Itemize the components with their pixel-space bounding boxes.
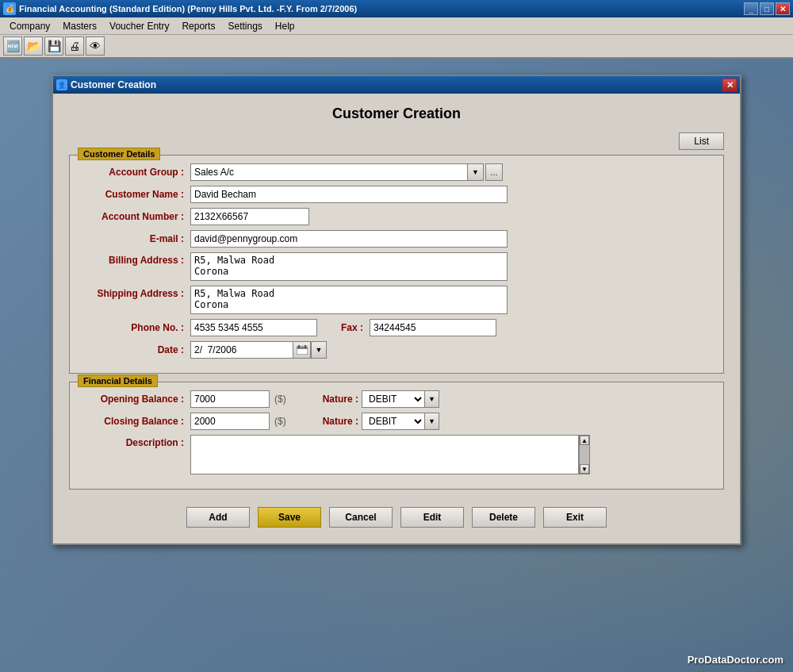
svg-rect-2 (298, 345, 300, 348)
financial-details-label: Financial Details (78, 374, 158, 387)
toolbar-new[interactable]: 🆕 (3, 36, 22, 56)
app-title: Financial Accounting (Standard Edition) … (19, 4, 744, 13)
dialog-close-button[interactable]: ✕ (722, 79, 737, 91)
description-row: Description : ▲ ▼ (79, 435, 714, 474)
toolbar-preview[interactable]: 👁 (86, 36, 105, 56)
list-button[interactable]: List (679, 132, 724, 150)
app-title-bar: 💰 Financial Accounting (Standard Edition… (0, 0, 793, 17)
bottom-buttons: Add Save Cancel Edit Delete Exit (69, 497, 724, 536)
account-number-input[interactable] (190, 208, 309, 225)
calendar-button[interactable] (293, 341, 311, 359)
customer-creation-dialog: 👤 Customer Creation ✕ Customer Creation … (52, 75, 741, 545)
account-group-select[interactable]: Sales A/c Purchase A/c Cash A/c (190, 163, 468, 181)
description-scrollbar[interactable]: ▲ ▼ (579, 435, 590, 474)
fax-label: Fax : (330, 322, 370, 333)
dialog-content: Customer Creation List Customer Details … (53, 94, 740, 543)
date-label: Date : (79, 344, 190, 355)
opening-balance-input[interactable] (190, 390, 270, 408)
closing-nature-arrow[interactable]: ▼ (425, 413, 439, 430)
app-close-button[interactable]: ✕ (776, 2, 790, 15)
closing-balance-input[interactable] (190, 413, 270, 430)
account-group-arrow[interactable]: ▼ (468, 163, 484, 181)
exit-button[interactable]: Exit (543, 507, 607, 528)
menu-settings[interactable]: Settings (221, 19, 268, 33)
minimize-button[interactable]: _ (744, 2, 758, 15)
fax-input[interactable] (370, 319, 496, 336)
cancel-button[interactable]: Cancel (329, 507, 393, 528)
dialog-title-bar: 👤 Customer Creation ✕ (53, 76, 740, 94)
account-group-row: Account Group : Sales A/c Purchase A/c C… (79, 163, 714, 181)
closing-balance-label: Closing Balance : (79, 416, 190, 427)
customer-details-section: Customer Details Account Group : Sales A… (69, 155, 724, 374)
menu-masters[interactable]: Masters (56, 19, 103, 33)
dialog-heading: Customer Creation (69, 102, 724, 126)
customer-name-input[interactable] (190, 186, 508, 203)
scroll-up-arrow[interactable]: ▲ (580, 436, 589, 445)
billing-address-input[interactable]: R5, Malwa Road Corona (190, 252, 508, 281)
phone-fax-row: Phone No. : Fax : (79, 319, 714, 336)
customer-name-row: Customer Name : (79, 186, 714, 203)
customer-details-label: Customer Details (78, 148, 160, 160)
email-label: E-mail : (79, 233, 190, 244)
toolbar-open[interactable]: 📂 (24, 36, 43, 56)
closing-nature-select[interactable]: DEBIT CREDIT (362, 413, 425, 430)
maximize-button[interactable]: □ (760, 2, 774, 15)
scroll-track (580, 445, 589, 464)
toolbar: 🆕 📂 💾 🖨 👁 (0, 35, 793, 59)
closing-currency: ($) (274, 416, 286, 427)
delete-button[interactable]: Delete (472, 507, 535, 528)
opening-currency: ($) (274, 394, 286, 405)
billing-address-label: Billing Address : (79, 252, 190, 266)
scroll-down-arrow[interactable]: ▼ (580, 464, 589, 474)
add-button[interactable]: Add (186, 507, 250, 528)
date-input[interactable] (190, 341, 293, 359)
menu-bar: Company Masters Voucher Entry Reports Se… (0, 17, 793, 35)
phone-label: Phone No. : (79, 322, 190, 333)
svg-rect-3 (305, 345, 306, 348)
menu-reports[interactable]: Reports (175, 19, 221, 33)
account-number-label: Account Number : (79, 211, 190, 222)
closing-nature-label: Nature : (323, 416, 358, 427)
financial-details-section: Financial Details Opening Balance : ($) … (69, 382, 724, 490)
menu-help[interactable]: Help (269, 19, 301, 33)
toolbar-save[interactable]: 💾 (44, 36, 63, 56)
description-label: Description : (79, 435, 190, 448)
email-input[interactable] (190, 230, 508, 248)
opening-balance-label: Opening Balance : (79, 394, 190, 405)
menu-voucher-entry[interactable]: Voucher Entry (103, 19, 175, 33)
shipping-address-label: Shipping Address : (79, 286, 190, 299)
toolbar-print[interactable]: 🖨 (65, 36, 84, 56)
shipping-address-input[interactable]: R5, Malwa Road Corona (190, 286, 508, 314)
app-icon: 💰 (3, 2, 16, 15)
watermark: ProDataDoctor.com (688, 654, 783, 666)
menu-company[interactable]: Company (3, 19, 56, 33)
billing-address-row: Billing Address : R5, Malwa Road Corona (79, 252, 714, 281)
dialog-title: Customer Creation (71, 79, 722, 90)
date-dropdown-arrow[interactable]: ▼ (311, 341, 327, 359)
save-button[interactable]: Save (258, 507, 321, 528)
email-row: E-mail : (79, 230, 714, 248)
closing-balance-row: Closing Balance : ($) Nature : DEBIT CRE… (79, 413, 714, 430)
phone-input[interactable] (190, 319, 317, 336)
edit-button[interactable]: Edit (400, 507, 464, 528)
account-group-browse[interactable]: … (485, 163, 503, 181)
main-area: 👤 Customer Creation ✕ Customer Creation … (0, 59, 793, 672)
dialog-icon: 👤 (56, 79, 67, 90)
date-row: Date : ▼ (79, 341, 714, 359)
shipping-address-row: Shipping Address : R5, Malwa Road Corona (79, 286, 714, 314)
account-number-row: Account Number : (79, 208, 714, 225)
opening-nature-select[interactable]: DEBIT CREDIT (362, 390, 425, 408)
opening-nature-arrow[interactable]: ▼ (425, 390, 439, 408)
description-input[interactable] (190, 435, 579, 474)
account-group-label: Account Group : (79, 167, 190, 178)
opening-nature-label: Nature : (323, 394, 358, 405)
customer-name-label: Customer Name : (79, 189, 190, 200)
opening-balance-row: Opening Balance : ($) Nature : DEBIT CRE… (79, 390, 714, 408)
